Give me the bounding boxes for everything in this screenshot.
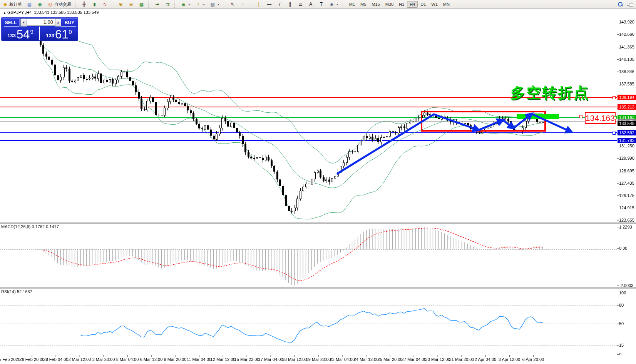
periods-button[interactable]: ◔▼ (193, 0, 208, 8)
time-label: 12 Mar 12:00 (211, 357, 236, 362)
time-label: 3 Apr 12:00 (499, 357, 520, 362)
signal-icon: ◉ (37, 2, 43, 7)
cursor-button[interactable]: ↖ (228, 0, 238, 8)
price-level-label-136.194: 136.194 (618, 95, 636, 100)
shift-chart-button[interactable]: ⇥ (152, 0, 162, 8)
toolbar-separator (224, 1, 226, 8)
channel-icon: ∥ (287, 2, 293, 7)
crosshair-button[interactable]: + (238, 0, 248, 8)
sell-price-box[interactable]: 133 54 9 (2, 27, 39, 41)
timeframe-button-w1[interactable]: W1 (428, 1, 440, 8)
line-anchor-square[interactable] (613, 96, 616, 99)
addchart-icon: ⊞ (181, 2, 186, 7)
buy-price-box[interactable]: 133 61 0 (40, 27, 77, 41)
tile-icon: ▦ (139, 2, 144, 7)
market-watch-button[interactable]: ▤ (24, 0, 35, 8)
hline-icon: — (266, 2, 272, 7)
price-level-label-131.783: 131.783 (618, 138, 636, 143)
new-order-button[interactable]: ◆新订单 (0, 0, 24, 8)
sell-price-big: 54 (17, 29, 30, 40)
fibo-icon: ≣ (298, 2, 303, 7)
new-chart-button[interactable]: ⊞▼ (178, 0, 193, 8)
autotrade-icon: ◎ (47, 2, 53, 7)
price-tick: 137.585 (619, 82, 636, 87)
time-label: 30 Mar 12:00 (425, 357, 450, 362)
templates-button[interactable]: ▨▼ (208, 0, 222, 8)
textT-icon: T (318, 2, 324, 7)
line-anchor-square[interactable] (614, 116, 617, 119)
time-axis[interactable]: 5 Feb 202026 Feb 20:0028 Feb 04:002 Mar … (0, 355, 636, 364)
trendline-button[interactable]: / (274, 0, 285, 8)
timeframe-button-m1[interactable]: M1 (346, 1, 358, 8)
price-callout-134163: 134.163 (585, 112, 616, 124)
cursor-icon: ↖ (230, 2, 236, 7)
chart-canvas[interactable] (0, 0, 636, 364)
pane-splitter-rsi[interactable] (0, 287, 636, 289)
toolbar: ◆新订单▤◉◎自动交易╫▮∿⊕⊖▦⇥⇉⊞▼◔▼▨▼↖+|—/∥≣AT◈▼M1M5… (0, 0, 636, 9)
text-button[interactable]: A (306, 0, 316, 8)
rsi-axis-tick: 80 (619, 303, 636, 308)
timeframe-button-m30[interactable]: M30 (383, 1, 396, 8)
candlestick-chart-button[interactable]: ▮ (89, 0, 100, 8)
time-label: 27 Mar 04:00 (402, 357, 427, 362)
tline-icon: / (277, 2, 283, 7)
time-label: 11 Mar 04:00 (187, 357, 211, 362)
line-chart-button[interactable]: ∿ (100, 0, 110, 8)
timeframe-button-m15[interactable]: M15 (369, 1, 382, 8)
buy-button[interactable]: BUY (61, 18, 78, 27)
bar-chart-button[interactable]: ╫ (79, 0, 89, 8)
dropdown-arrow-icon: ▼ (203, 3, 205, 6)
shift-icon: ⇥ (154, 2, 160, 7)
auto-scroll-button[interactable]: ⇉ (162, 0, 173, 8)
search-icon[interactable] (618, 2, 623, 7)
chart-symbol-header: ▲GBPJPY-,H4 133.541 133.585 133.535 133.… (3, 10, 99, 15)
sell-button[interactable]: SELL (2, 18, 20, 27)
price-tick: 126.175 (619, 193, 636, 198)
arrows-button[interactable]: ◈▼ (326, 0, 341, 8)
line-anchor-square[interactable] (579, 115, 582, 118)
collapse-triangle-icon[interactable]: ▲ (3, 11, 6, 15)
volume-up-button[interactable]: ▲ (55, 18, 61, 27)
macd-label: MACD(12,26,9) 0.1762 0.1417 (1, 224, 59, 229)
line-anchor-square[interactable] (613, 132, 616, 135)
fibonacci-button[interactable]: ≣ (295, 0, 306, 8)
tile-windows-button[interactable]: ▦ (136, 0, 147, 8)
auto-trading-button-label: 自动交易 (54, 2, 71, 7)
price-tick: 143.920 (619, 20, 636, 25)
zoom-in-button[interactable]: ⊕ (115, 0, 126, 8)
timeframe-button-m5[interactable]: M5 (358, 1, 369, 8)
timeframe-button-h1[interactable]: H1 (396, 1, 407, 8)
time-label: 18 Mar 12:00 (282, 357, 307, 362)
auto-trading-button[interactable]: ◎自动交易 (45, 0, 74, 8)
textA-icon: A (308, 2, 314, 7)
chat-icon[interactable] (627, 2, 633, 7)
pane-splitter-macd[interactable] (0, 222, 636, 224)
template-icon: ▨ (210, 2, 216, 7)
resistance-green-bar (517, 114, 559, 119)
turning-point-annotation: 多空转折点 (510, 83, 589, 103)
text-label-button[interactable]: T (316, 0, 326, 8)
volume-down-button[interactable]: ▼ (20, 18, 27, 27)
timeframe-button-d1[interactable]: D1 (418, 1, 428, 8)
vline-icon: | (256, 2, 262, 7)
crosshair-icon: + (240, 2, 246, 7)
dropdown-arrow-icon: ▼ (188, 3, 191, 6)
dropdown-arrow-icon: ▼ (217, 3, 220, 6)
timeframe-button-h4[interactable]: H4 (407, 1, 418, 8)
time-label: 31 Mar 20:00 (449, 357, 474, 362)
zoom-out-button[interactable]: ⊖ (126, 0, 136, 8)
horizontal-line-button[interactable]: — (264, 0, 274, 8)
vertical-line-button[interactable]: | (254, 0, 264, 8)
mt4-window: ◆新订单▤◉◎自动交易╫▮∿⊕⊖▦⇥⇉⊞▼◔▼▨▼↖+|—/∥≣AT◈▼M1M5… (0, 0, 636, 364)
clock-icon: ◔ (195, 2, 201, 7)
price-tick: 131.250 (619, 144, 636, 149)
price-tick: 127.435 (619, 181, 636, 186)
price-level-label-132.592: 132.592 (618, 130, 636, 135)
signals-button[interactable]: ◉ (35, 0, 45, 8)
price-tick: 141.365 (619, 45, 636, 50)
price-level-label-135.213: 135.213 (618, 104, 636, 110)
timeframe-button-mn[interactable]: MN (440, 1, 452, 8)
rsi-label: RSI(14) 52.1637 (1, 289, 32, 294)
equidistant-channel-button[interactable]: ∥ (285, 0, 295, 8)
volume-input[interactable] (27, 18, 55, 26)
